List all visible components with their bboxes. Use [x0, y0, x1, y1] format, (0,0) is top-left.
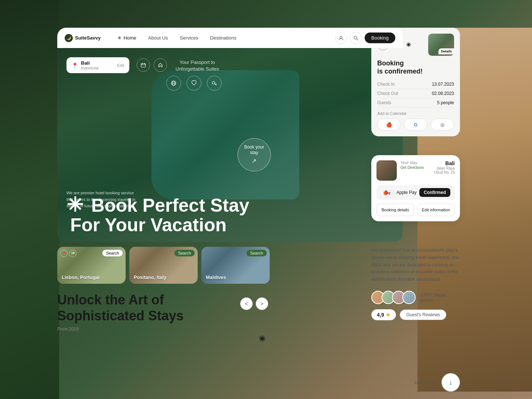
location-city: Bali [81, 60, 114, 66]
location-pin-icon: 📍 [72, 62, 78, 68]
action-icons [166, 76, 222, 91]
heart-icon-btn[interactable] [187, 76, 201, 91]
stay-action-buttons: Booking details Edit information [376, 204, 455, 216]
guests-row: Guests 5 people [377, 98, 454, 108]
dest-pin-icons-1: 📍 🗺 [60, 250, 76, 257]
booking-button[interactable]: Booking [365, 33, 395, 43]
pin-icon-2: 🗺 [69, 250, 76, 257]
star-icon: ★ [386, 312, 391, 318]
dest-card-positano[interactable]: Search Positano, Italy [129, 247, 198, 284]
avatar-4 [402, 291, 416, 304]
home-asterisk: ✳ [117, 35, 122, 41]
hotel-thumbnail: Details [428, 34, 454, 56]
brand-name: SuiteSavvy [75, 35, 100, 41]
card-asterisk: ✳ [406, 41, 411, 48]
svg-text:🍎: 🍎 [383, 190, 388, 195]
svg-point-0 [340, 36, 342, 38]
learn-more-area: Learn more ↓ [415, 373, 460, 392]
apple-pay-row: Pay 🍎 Apple Pay Confirmed [376, 185, 455, 200]
navbar: 🌙 SuiteSavvy ✳ Home About Us Services De… [57, 28, 403, 48]
prev-arrow-btn[interactable]: < [240, 297, 253, 310]
details-btn[interactable]: Details [439, 48, 454, 54]
stay-info: Your stay: Get Directions Bali Jalan Ray… [400, 160, 455, 181]
unlock-title: Unlock the Art of Sophisticated Stays [57, 292, 184, 324]
google-calendar-btn[interactable]: G [404, 119, 427, 130]
description-text: We understand that accommodations play a… [371, 247, 460, 283]
happy-count-text: 100K+ happy guests [420, 292, 446, 303]
next-arrow-btn[interactable]: > [256, 297, 268, 310]
check-out-row: Check Out 02.08.2023 [377, 89, 454, 98]
location-info: Bali Indonesia [81, 60, 114, 70]
search-icon-btn[interactable] [350, 32, 362, 44]
location-country: Indonesia [81, 66, 114, 70]
check-in-row: Check In 13.07.2023 [377, 80, 454, 89]
other-calendar-btn[interactable]: ◎ [430, 119, 454, 130]
right-bottom: We understand that accommodations play a… [371, 247, 460, 320]
unlock-section: Unlock the Art of Sophisticated Stays Fr… [57, 292, 184, 332]
positano-label: Positano, Italy [134, 274, 166, 280]
booking-details-btn[interactable]: Booking details [376, 204, 414, 216]
location-bar: 📍 Bali Indonesia Edit [66, 57, 129, 73]
left-panel [0, 0, 59, 399]
logo-icon: 🌙 [65, 34, 73, 42]
calendar-icons: 🍎 G ◎ [377, 119, 454, 130]
nav-home[interactable]: ✳ Home [112, 34, 142, 42]
learn-more-arrow-btn[interactable]: ↓ [441, 373, 460, 392]
headline-asterisk: ✳ [66, 194, 83, 216]
nav-destinations[interactable]: Destinations [204, 34, 242, 42]
stay-thumbnail [376, 160, 397, 181]
location-edit-btn[interactable]: Edit [117, 63, 124, 68]
home-icon-btn[interactable] [154, 58, 167, 72]
rating-badge: 4,9 ★ [371, 309, 396, 320]
calendar-icon-btn[interactable] [137, 58, 150, 72]
maldives-search-btn[interactable]: Search [246, 250, 267, 256]
lisbon-search-btn[interactable]: Search [102, 250, 123, 256]
nav-actions: Booking [335, 32, 395, 44]
book-arrow-icon: ↗ [252, 157, 256, 165]
apple-pay-icon: Pay 🍎 Apple Pay [381, 190, 417, 195]
apple-calendar-btn[interactable]: 🍎 [377, 119, 401, 130]
nav-about[interactable]: About Us [142, 34, 174, 42]
booking-confirmed-title: Booking is confiremed! [377, 59, 454, 75]
logo[interactable]: 🌙 SuiteSavvy [65, 34, 100, 42]
svg-point-1 [354, 36, 357, 39]
edit-info-btn[interactable]: Edit information [417, 204, 455, 216]
maldives-label: Maldives [206, 274, 226, 280]
bottom-asterisk: ✳ [259, 334, 265, 344]
calendar-section: Add to Calendar 🍎 G ◎ [377, 111, 454, 130]
key-icon-btn[interactable] [207, 76, 222, 91]
avatars-row [371, 291, 416, 304]
lisbon-label: Lisbon, Portugal [62, 274, 100, 280]
dest-card-lisbon[interactable]: 📍 🗺 Search Lisbon, Portugal [57, 247, 126, 284]
hero-headline: ✳ Book Perfect Stay For Your Vacation [66, 194, 249, 235]
happy-guests-row: 100K+ happy guests [371, 291, 460, 304]
svg-line-2 [357, 39, 358, 40]
rating-reviews-row: 4,9 ★ Guest's Rewiews [371, 309, 460, 320]
nav-services[interactable]: Services [174, 34, 204, 42]
book-stay-button[interactable]: Book your stay ↗ [238, 138, 271, 171]
destination-cards: 📍 🗺 Search Lisbon, Portugal Search Posit… [57, 247, 270, 284]
applepay-svg: Pay 🍎 [383, 190, 395, 195]
positano-search-btn[interactable]: Search [174, 250, 195, 256]
globe-icon-btn[interactable] [166, 76, 181, 91]
pin-icon-1: 📍 [60, 250, 68, 257]
user-icon-btn[interactable] [335, 32, 347, 44]
nav-arrows: < > [240, 297, 268, 310]
nav-links: ✳ Home About Us Services Destinations [112, 34, 335, 42]
stay-card-header: Your stay: Get Directions Bali Jalan Ray… [376, 160, 455, 181]
dest-card-maldives[interactable]: Search Maldives [201, 247, 270, 284]
svg-rect-3 [141, 64, 146, 67]
confirmed-badge: Confirmed [419, 188, 450, 197]
location-icon-buttons [137, 58, 167, 72]
stay-card: Your stay: Get Directions Bali Jalan Ray… [371, 155, 460, 221]
svg-point-10 [212, 82, 215, 84]
reviews-btn[interactable]: Guest's Rewiews [400, 310, 446, 320]
passport-text: Your Passport to Unforgettable Suites [175, 59, 219, 72]
hero-area: 📍 Bali Indonesia Edit Your Passport to U… [57, 48, 403, 242]
from-year: From 2019 [57, 327, 184, 332]
